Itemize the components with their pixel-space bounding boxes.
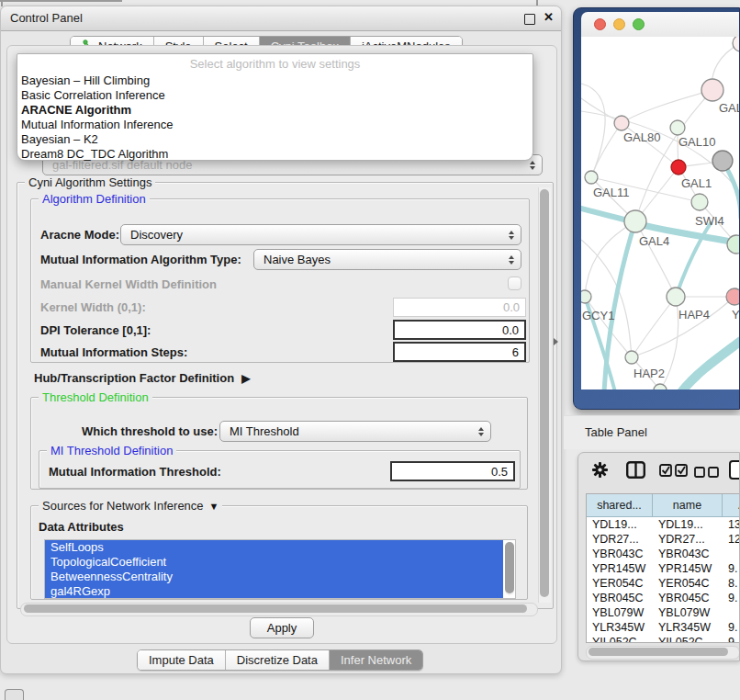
apply-button[interactable]: Apply xyxy=(250,617,314,638)
network-node[interactable] xyxy=(701,79,723,101)
algorithm-definition-group: Algorithm Definition Aracne Mode: Discov… xyxy=(30,198,530,363)
network-node[interactable] xyxy=(712,151,733,171)
sources-title[interactable]: Sources for Network Inference ▼ xyxy=(39,499,222,513)
minimized-panel-icon[interactable] xyxy=(5,689,24,700)
dropdown-item[interactable]: Dream8 DC_TDC Algorithm xyxy=(17,147,533,162)
hub-tf-definition-toggle[interactable]: Hub/Transcription Factor Definition ▶ xyxy=(34,371,250,385)
close-window-icon[interactable]: ✕ xyxy=(544,10,554,24)
mi-type-value: Naive Bayes xyxy=(254,253,504,266)
network-node[interactable] xyxy=(727,235,739,254)
table-row[interactable]: YBR045C YBR045C 9. xyxy=(587,591,740,605)
node-label: HAP4 xyxy=(678,308,710,322)
network-node[interactable] xyxy=(691,194,708,210)
tab-infer-network[interactable]: Infer Network xyxy=(330,650,422,670)
columns-icon[interactable] xyxy=(626,461,645,482)
kernel-width-label: Kernel Width (0,1): xyxy=(40,300,146,314)
stepper-arrows-icon xyxy=(504,231,518,240)
which-threshold-label: Which threshold to use: xyxy=(82,424,218,438)
node-label: GAL80 xyxy=(623,130,660,144)
gear-icon[interactable] xyxy=(592,462,608,481)
node-label: GAL11 xyxy=(593,186,630,199)
settings-horizontal-scrollbar[interactable] xyxy=(20,603,538,616)
table-row[interactable]: YPR145W YPR145W 9. xyxy=(587,561,740,576)
dropdown-item-selected[interactable]: ARACNE Algorithm xyxy=(17,103,533,118)
table-row[interactable]: YLR345W YLR345W 9. xyxy=(587,620,740,635)
window-title: Control Panel xyxy=(10,11,83,25)
hub-tf-label: Hub/Transcription Factor Definition xyxy=(34,371,234,385)
network-node[interactable] xyxy=(670,120,685,135)
mi-algorithm-type-select[interactable]: Naive Bayes xyxy=(253,249,521,270)
column-header[interactable]: shared... xyxy=(587,494,653,517)
dropdown-item[interactable]: Mutual Information Inference xyxy=(17,118,533,132)
table-body: YDL19... YDL19... 13 YDR27... YDR27... 1… xyxy=(587,517,740,642)
zoom-button[interactable] xyxy=(633,18,645,30)
table-header: shared... name A xyxy=(587,494,740,517)
aracne-mode-select[interactable]: Discovery xyxy=(120,224,521,245)
tab-discretize-data[interactable]: Discretize Data xyxy=(226,650,330,670)
node-label: GAL10 xyxy=(678,135,715,149)
list-item[interactable]: BetweennessCentrality xyxy=(45,570,503,584)
list-scrollbar[interactable] xyxy=(505,542,514,595)
manual-kernel-checkbox[interactable] xyxy=(508,277,521,290)
settings-vertical-scrollbar[interactable] xyxy=(538,187,551,603)
chevron-right-icon: ▶ xyxy=(241,372,250,385)
network-window-titlebar[interactable] xyxy=(581,12,739,38)
dropdown-item[interactable]: Bayesian – Hill Climbing xyxy=(17,73,533,88)
table-panel-title: Table Panel xyxy=(585,425,647,439)
network-node[interactable] xyxy=(585,171,598,184)
dropdown-item[interactable]: Basic Correlation Inference xyxy=(17,88,533,103)
table-row[interactable]: YBL079W YBL079W xyxy=(587,605,740,620)
network-canvas[interactable]: GAL GAL80 GAL10 GAL1 GAL11 SWI4 GAL4 GCY… xyxy=(581,37,739,390)
stepper-arrows-icon xyxy=(474,427,488,436)
network-node[interactable] xyxy=(614,116,629,130)
mi-threshold-field[interactable] xyxy=(390,461,515,481)
stepper-arrows-icon xyxy=(525,161,539,170)
tab-impute-data[interactable]: Impute Data xyxy=(138,650,226,670)
network-node[interactable] xyxy=(671,160,686,175)
tab-label: Impute Data xyxy=(149,653,214,667)
which-threshold-value: MI Threshold xyxy=(220,424,474,438)
control-panel-titlebar: Control Panel ✕ xyxy=(1,6,561,31)
table-row[interactable]: YDL19... YDL19... 13 xyxy=(587,517,740,532)
network-node[interactable] xyxy=(726,288,739,305)
table-row[interactable]: YIL052C YIL052C 9 xyxy=(587,635,740,642)
network-node[interactable] xyxy=(733,37,739,51)
select-all-checked-icon[interactable] xyxy=(659,464,688,480)
data-attributes-list[interactable]: SelfLoops TopologicalCoefficient Between… xyxy=(44,539,516,599)
chevron-down-icon: ▼ xyxy=(209,501,219,512)
mi-threshold-group: MI Threshold Definition Mutual Informati… xyxy=(39,450,521,489)
table-doc-icon[interactable] xyxy=(729,460,740,484)
dpi-tolerance-field[interactable] xyxy=(393,320,526,340)
list-item[interactable]: gal4RGexp xyxy=(45,584,503,599)
table-row[interactable]: YBR043C YBR043C xyxy=(587,547,740,561)
minimize-button[interactable] xyxy=(613,18,625,30)
mi-steps-field[interactable] xyxy=(393,342,526,362)
network-node[interactable] xyxy=(667,288,685,306)
deselect-all-icon[interactable] xyxy=(694,465,719,481)
dropdown-item[interactable]: Bayesian – K2 xyxy=(17,132,533,147)
table-row[interactable]: YDR27... YDR27... 12 xyxy=(587,532,740,547)
table-panel: shared... name A YDL19... YDL19... 13 YD… xyxy=(577,452,740,661)
stepper-arrows-icon xyxy=(504,255,518,265)
list-item[interactable]: SelfLoops xyxy=(45,540,503,555)
sources-group: Sources for Network Inference ▼ Data Att… xyxy=(30,505,528,600)
split-pane-collapse-icon[interactable] xyxy=(554,338,558,345)
list-item[interactable]: TopologicalCoefficient xyxy=(45,555,503,570)
mi-threshold-label: Mutual Information Threshold: xyxy=(49,465,221,479)
column-header[interactable]: A xyxy=(723,494,740,517)
float-window-icon[interactable] xyxy=(524,14,535,25)
column-header[interactable]: name xyxy=(653,494,723,517)
sources-title-label: Sources for Network Inference xyxy=(42,499,204,513)
window-frame-remnant xyxy=(0,0,122,2)
close-button[interactable] xyxy=(594,18,606,30)
table-horizontal-scrollbar[interactable] xyxy=(586,646,740,660)
table-row[interactable]: YER054C YER054C 8. xyxy=(587,576,740,591)
network-node[interactable] xyxy=(581,290,591,303)
network-node[interactable] xyxy=(625,351,638,364)
desktop: Control Panel ✕ xyxy=(0,0,740,700)
which-threshold-select[interactable]: MI Threshold xyxy=(219,421,491,442)
kernel-width-field[interactable] xyxy=(393,298,526,317)
node-label: HAP2 xyxy=(633,367,665,380)
aracne-mode-label: Aracne Mode: xyxy=(40,228,119,242)
network-node[interactable] xyxy=(624,210,646,232)
